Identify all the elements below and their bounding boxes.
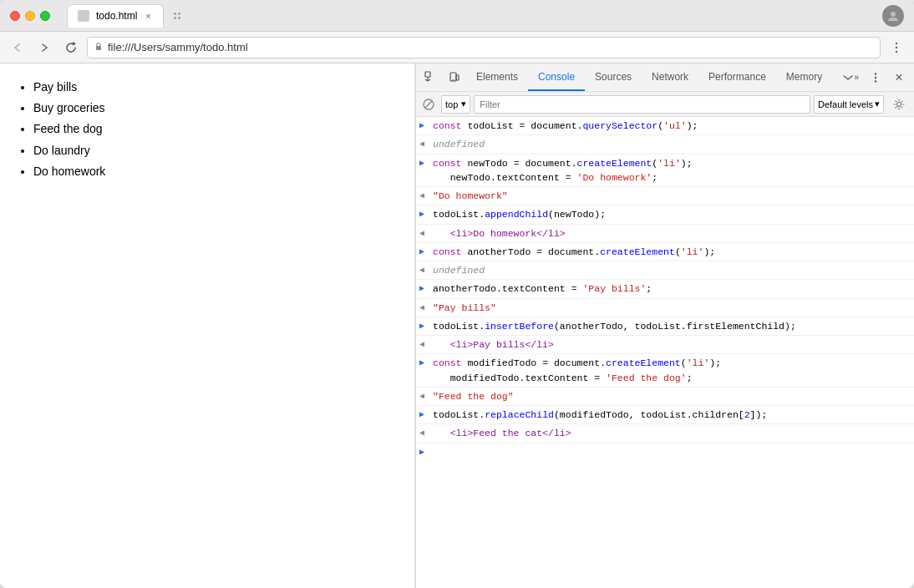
svg-line-19 — [425, 101, 432, 108]
console-line: ▶ todoList.replaceChild(modifiedTodo, to… — [416, 406, 914, 424]
tab-performance[interactable]: Performance — [698, 63, 776, 91]
console-line: ▶ const todoList = document.querySelecto… — [416, 117, 914, 135]
address-text: file:///Users/sammy/todo.html — [108, 41, 248, 53]
svg-point-7 — [896, 50, 897, 52]
device-toolbar-button[interactable] — [443, 66, 466, 89]
filter-input-wrap — [474, 95, 810, 114]
arrow-in-icon: ◀ — [419, 426, 433, 439]
content-area: Pay bills Buy groceries Feed the dog Do … — [0, 63, 914, 588]
svg-point-17 — [875, 80, 876, 82]
console-line: ▶ const modifiedTodo = document.createEl… — [416, 354, 914, 388]
context-value: top — [445, 99, 458, 109]
console-clear-button[interactable] — [419, 95, 438, 114]
tab-memory[interactable]: Memory — [776, 63, 832, 91]
console-line: ◀ undefined — [416, 135, 914, 154]
devtools-close-button[interactable]: × — [887, 66, 911, 89]
more-tabs-button[interactable]: » — [837, 66, 864, 89]
console-line: ◀ <li>Pay bills</li> — [416, 336, 914, 354]
tab-console[interactable]: Console — [528, 63, 585, 91]
log-level-value: Default levels — [818, 99, 873, 109]
console-code: todoList.replaceChild(modifiedTodo, todo… — [433, 408, 914, 422]
console-context-select[interactable]: top ▾ — [441, 95, 470, 114]
console-line: ▶ const newTodo = document.createElement… — [416, 155, 914, 188]
console-line: ◀ "Pay bills" — [416, 299, 914, 317]
console-line: ◀ undefined — [416, 261, 914, 280]
inspect-element-button[interactable] — [419, 66, 443, 89]
address-bar[interactable]: file:///Users/sammy/todo.html — [87, 37, 881, 58]
console-line: ◀ "Feed the dog" — [416, 388, 914, 406]
new-tab-button[interactable] — [167, 6, 187, 26]
console-result: undefined — [433, 263, 914, 277]
title-bar: todo.html × — [0, 0, 914, 32]
arrow-out-icon[interactable]: ▶ — [419, 281, 433, 295]
svg-rect-1 — [171, 10, 183, 22]
console-code: todoList.insertBefore(anotherTodo, todoL… — [433, 319, 914, 333]
arrow-out-icon[interactable]: ▶ — [419, 119, 433, 132]
svg-point-16 — [875, 76, 876, 78]
back-button[interactable] — [7, 37, 28, 58]
console-result: <li>Pay bills</li> — [433, 337, 914, 352]
arrow-in-icon: ◀ — [419, 337, 433, 351]
devtools-panel: Elements Console Sources Network Perform… — [415, 63, 914, 588]
console-line: ▶ anotherTodo.textContent = 'Pay bills'; — [416, 280, 914, 298]
arrow-out-icon[interactable]: ▶ — [419, 156, 433, 170]
arrow-out-icon[interactable]: ▶ — [419, 245, 433, 258]
arrow-out-icon[interactable]: ▶ — [419, 319, 433, 332]
console-code: todoList.appendChild(newTodo); — [433, 207, 914, 221]
tab-network[interactable]: Network — [642, 63, 698, 91]
list-item: Do laundry — [33, 140, 398, 161]
devtools-toolbar: Elements Console Sources Network Perform… — [416, 63, 914, 92]
console-result: undefined — [433, 137, 914, 151]
console-code: const newTodo = document.createElement('… — [433, 156, 914, 185]
page-content: Pay bills Buy groceries Feed the dog Do … — [0, 63, 415, 588]
nav-bar: file:///Users/sammy/todo.html — [0, 32, 914, 63]
svg-point-2 — [891, 12, 896, 17]
tab-title: todo.html — [96, 10, 137, 22]
arrow-out-icon[interactable]: ▶ — [419, 408, 433, 421]
svg-rect-8 — [425, 72, 430, 77]
arrow-in-icon: ◀ — [419, 189, 433, 202]
tab-close-icon[interactable]: × — [144, 10, 152, 22]
tab-sources[interactable]: Sources — [585, 63, 642, 91]
profile-button[interactable] — [882, 5, 904, 27]
list-item: Do homework — [33, 161, 398, 182]
console-result: "Feed the dog" — [433, 389, 914, 403]
minimize-button[interactable] — [25, 11, 35, 21]
list-item: Buy groceries — [33, 98, 398, 119]
svg-marker-3 — [73, 42, 76, 46]
maximize-button[interactable] — [40, 11, 50, 21]
browser-tab[interactable]: todo.html × — [67, 4, 164, 28]
console-line: ◀ <li>Do homework</li> — [416, 225, 914, 243]
svg-rect-0 — [79, 12, 88, 20]
close-button[interactable] — [10, 11, 20, 21]
todo-list: Pay bills Buy groceries Feed the dog Do … — [17, 77, 398, 182]
console-prompt-line: ▶ — [416, 444, 914, 460]
svg-point-5 — [896, 42, 897, 43]
tab-elements[interactable]: Elements — [466, 63, 528, 91]
browser-menu-button[interactable] — [886, 37, 907, 58]
console-line: ▶ const anotherTodo = document.createEle… — [416, 243, 914, 261]
filter-input[interactable] — [480, 99, 805, 109]
console-line: ◀ "Do homework" — [416, 187, 914, 205]
arrow-out-icon[interactable]: ▶ — [419, 356, 433, 369]
console-output[interactable]: ▶ const todoList = document.querySelecto… — [416, 117, 914, 588]
forward-button[interactable] — [33, 37, 55, 58]
arrow-in-icon: ◀ — [419, 226, 433, 240]
arrow-out-icon[interactable]: ▶ — [419, 207, 433, 220]
svg-point-6 — [896, 46, 897, 48]
devtools-options-button[interactable] — [864, 66, 887, 89]
console-result: <li>Do homework</li> — [433, 226, 914, 241]
console-line: ◀ <li>Feed the cat</li> — [416, 424, 914, 443]
console-line: ▶ todoList.appendChild(newTodo); — [416, 205, 914, 224]
tab-favicon — [78, 10, 89, 22]
arrow-in-icon: ◀ — [419, 137, 433, 150]
console-code: const anotherTodo = document.createEleme… — [433, 245, 914, 259]
console-line: ▶ todoList.insertBefore(anotherTodo, tod… — [416, 317, 914, 336]
svg-point-20 — [897, 102, 901, 106]
log-level-select[interactable]: Default levels ▾ — [814, 95, 884, 114]
console-code: anotherTodo.textContent = 'Pay bills'; — [433, 281, 914, 296]
refresh-button[interactable] — [60, 37, 82, 58]
list-item: Pay bills — [33, 77, 398, 98]
console-settings-button[interactable] — [887, 93, 911, 116]
svg-rect-13 — [456, 75, 459, 80]
